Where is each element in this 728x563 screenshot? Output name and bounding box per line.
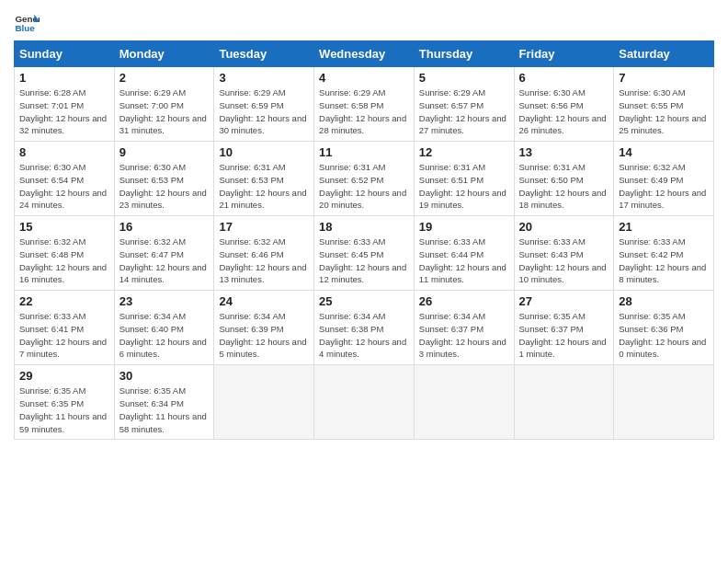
day-number: 23 xyxy=(119,294,210,308)
calendar-cell: 8Sunrise: 6:30 AMSunset: 6:54 PMDaylight… xyxy=(15,142,115,216)
calendar-cell: 25Sunrise: 6:34 AMSunset: 6:38 PMDayligh… xyxy=(314,291,415,365)
calendar-cell: 6Sunrise: 6:30 AMSunset: 6:56 PMDaylight… xyxy=(514,67,614,142)
day-info: Sunrise: 6:35 AMSunset: 6:34 PMDaylight:… xyxy=(119,385,210,435)
day-info: Sunrise: 6:29 AMSunset: 6:58 PMDaylight:… xyxy=(319,86,409,137)
svg-text:Blue: Blue xyxy=(15,23,35,33)
day-number: 18 xyxy=(319,220,409,234)
calendar-cell: 22Sunrise: 6:33 AMSunset: 6:41 PMDayligh… xyxy=(15,291,115,365)
day-info: Sunrise: 6:32 AMSunset: 6:47 PMDaylight:… xyxy=(119,236,210,286)
calendar-cell: 19Sunrise: 6:33 AMSunset: 6:44 PMDayligh… xyxy=(414,216,514,291)
calendar-cell: 9Sunrise: 6:30 AMSunset: 6:53 PMDaylight… xyxy=(114,142,214,216)
day-number: 4 xyxy=(319,71,409,85)
calendar-cell: 4Sunrise: 6:29 AMSunset: 6:58 PMDaylight… xyxy=(314,67,415,142)
calendar-cell: 11Sunrise: 6:31 AMSunset: 6:52 PMDayligh… xyxy=(314,142,415,216)
day-info: Sunrise: 6:33 AMSunset: 6:43 PMDaylight:… xyxy=(519,236,609,286)
day-number: 24 xyxy=(219,294,309,308)
calendar-table: SundayMondayTuesdayWednesdayThursdayFrid… xyxy=(14,40,714,440)
col-header-sunday: Sunday xyxy=(15,41,115,67)
logo: General Blue xyxy=(14,9,43,35)
col-header-tuesday: Tuesday xyxy=(214,41,314,67)
day-info: Sunrise: 6:34 AMSunset: 6:39 PMDaylight:… xyxy=(219,310,309,361)
day-info: Sunrise: 6:30 AMSunset: 6:54 PMDaylight:… xyxy=(19,161,109,212)
day-number: 17 xyxy=(219,220,309,234)
day-number: 10 xyxy=(219,145,309,159)
calendar-cell xyxy=(614,365,714,440)
day-info: Sunrise: 6:34 AMSunset: 6:37 PMDaylight:… xyxy=(419,310,509,361)
day-number: 29 xyxy=(19,369,109,383)
day-info: Sunrise: 6:31 AMSunset: 6:50 PMDaylight:… xyxy=(519,161,609,212)
day-info: Sunrise: 6:30 AMSunset: 6:55 PMDaylight:… xyxy=(619,86,709,137)
day-info: Sunrise: 6:29 AMSunset: 6:59 PMDaylight:… xyxy=(219,86,309,137)
day-info: Sunrise: 6:30 AMSunset: 6:56 PMDaylight:… xyxy=(519,86,609,137)
calendar-cell: 5Sunrise: 6:29 AMSunset: 6:57 PMDaylight… xyxy=(414,67,514,142)
col-header-thursday: Thursday xyxy=(414,41,514,67)
logo-icon: General Blue xyxy=(14,9,40,35)
day-info: Sunrise: 6:33 AMSunset: 6:42 PMDaylight:… xyxy=(619,236,709,286)
day-info: Sunrise: 6:33 AMSunset: 6:44 PMDaylight:… xyxy=(419,236,509,286)
day-info: Sunrise: 6:28 AMSunset: 7:01 PMDaylight:… xyxy=(19,86,109,137)
day-number: 15 xyxy=(19,220,109,234)
calendar-cell: 21Sunrise: 6:33 AMSunset: 6:42 PMDayligh… xyxy=(614,216,714,291)
day-number: 28 xyxy=(619,294,709,308)
calendar-cell: 29Sunrise: 6:35 AMSunset: 6:35 PMDayligh… xyxy=(15,365,115,440)
day-info: Sunrise: 6:32 AMSunset: 6:49 PMDaylight:… xyxy=(619,161,709,212)
calendar-cell: 28Sunrise: 6:35 AMSunset: 6:36 PMDayligh… xyxy=(614,291,714,365)
day-number: 13 xyxy=(519,145,609,159)
calendar-cell: 12Sunrise: 6:31 AMSunset: 6:51 PMDayligh… xyxy=(414,142,514,216)
day-number: 25 xyxy=(319,294,409,308)
day-number: 19 xyxy=(419,220,509,234)
calendar-cell: 23Sunrise: 6:34 AMSunset: 6:40 PMDayligh… xyxy=(114,291,214,365)
col-header-monday: Monday xyxy=(114,41,214,67)
calendar-cell: 26Sunrise: 6:34 AMSunset: 6:37 PMDayligh… xyxy=(414,291,514,365)
day-number: 16 xyxy=(119,220,210,234)
day-info: Sunrise: 6:34 AMSunset: 6:40 PMDaylight:… xyxy=(119,310,210,361)
day-number: 9 xyxy=(119,145,210,159)
col-header-wednesday: Wednesday xyxy=(314,41,415,67)
day-number: 2 xyxy=(119,71,210,85)
calendar-cell: 15Sunrise: 6:32 AMSunset: 6:48 PMDayligh… xyxy=(15,216,115,291)
day-number: 1 xyxy=(19,71,109,85)
calendar-cell: 20Sunrise: 6:33 AMSunset: 6:43 PMDayligh… xyxy=(514,216,614,291)
day-number: 14 xyxy=(619,145,709,159)
day-number: 5 xyxy=(419,71,509,85)
calendar-cell: 10Sunrise: 6:31 AMSunset: 6:53 PMDayligh… xyxy=(214,142,314,216)
day-info: Sunrise: 6:35 AMSunset: 6:37 PMDaylight:… xyxy=(519,310,609,361)
day-info: Sunrise: 6:31 AMSunset: 6:51 PMDaylight:… xyxy=(419,161,509,212)
day-info: Sunrise: 6:31 AMSunset: 6:52 PMDaylight:… xyxy=(319,161,409,212)
day-info: Sunrise: 6:32 AMSunset: 6:46 PMDaylight:… xyxy=(219,236,309,286)
day-info: Sunrise: 6:32 AMSunset: 6:48 PMDaylight:… xyxy=(19,236,109,286)
calendar-cell xyxy=(314,365,415,440)
day-info: Sunrise: 6:35 AMSunset: 6:36 PMDaylight:… xyxy=(619,310,709,361)
calendar-cell: 24Sunrise: 6:34 AMSunset: 6:39 PMDayligh… xyxy=(214,291,314,365)
day-number: 30 xyxy=(119,369,210,383)
calendar-cell: 30Sunrise: 6:35 AMSunset: 6:34 PMDayligh… xyxy=(114,365,214,440)
calendar-cell: 2Sunrise: 6:29 AMSunset: 7:00 PMDaylight… xyxy=(114,67,214,142)
day-info: Sunrise: 6:31 AMSunset: 6:53 PMDaylight:… xyxy=(219,161,309,212)
day-info: Sunrise: 6:30 AMSunset: 6:53 PMDaylight:… xyxy=(119,161,210,212)
day-info: Sunrise: 6:35 AMSunset: 6:35 PMDaylight:… xyxy=(19,385,109,435)
day-info: Sunrise: 6:29 AMSunset: 7:00 PMDaylight:… xyxy=(119,86,210,137)
calendar-cell: 1Sunrise: 6:28 AMSunset: 7:01 PMDaylight… xyxy=(15,67,115,142)
day-number: 20 xyxy=(519,220,609,234)
day-number: 11 xyxy=(319,145,409,159)
calendar-cell xyxy=(414,365,514,440)
calendar-cell: 27Sunrise: 6:35 AMSunset: 6:37 PMDayligh… xyxy=(514,291,614,365)
calendar-cell: 16Sunrise: 6:32 AMSunset: 6:47 PMDayligh… xyxy=(114,216,214,291)
calendar-cell: 3Sunrise: 6:29 AMSunset: 6:59 PMDaylight… xyxy=(214,67,314,142)
calendar-cell: 18Sunrise: 6:33 AMSunset: 6:45 PMDayligh… xyxy=(314,216,415,291)
calendar-cell: 13Sunrise: 6:31 AMSunset: 6:50 PMDayligh… xyxy=(514,142,614,216)
day-number: 27 xyxy=(519,294,609,308)
page-header: General Blue xyxy=(14,9,714,35)
day-number: 6 xyxy=(519,71,609,85)
calendar-cell xyxy=(514,365,614,440)
day-number: 8 xyxy=(19,145,109,159)
col-header-friday: Friday xyxy=(514,41,614,67)
day-number: 12 xyxy=(419,145,509,159)
day-number: 7 xyxy=(619,71,709,85)
calendar-cell: 7Sunrise: 6:30 AMSunset: 6:55 PMDaylight… xyxy=(614,67,714,142)
day-number: 26 xyxy=(419,294,509,308)
day-number: 21 xyxy=(619,220,709,234)
day-info: Sunrise: 6:34 AMSunset: 6:38 PMDaylight:… xyxy=(319,310,409,361)
day-number: 22 xyxy=(19,294,109,308)
day-info: Sunrise: 6:33 AMSunset: 6:45 PMDaylight:… xyxy=(319,236,409,286)
